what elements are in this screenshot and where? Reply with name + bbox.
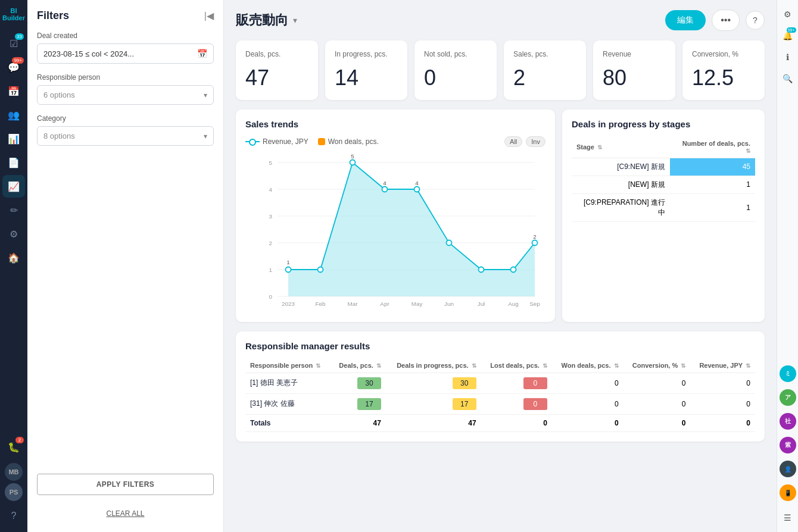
kpi-value-3: 2 xyxy=(513,65,576,90)
rail-avatar-2[interactable]: ア xyxy=(780,389,796,406)
kpi-value-1: 14 xyxy=(335,65,398,90)
kpi-value-5: 12.5 xyxy=(692,65,755,90)
svg-text:May: May xyxy=(412,301,423,307)
sidebar-item-help[interactable]: ? xyxy=(2,505,25,527)
help-button[interactable]: ? xyxy=(746,11,765,30)
sort-col-0-icon[interactable]: ⇅ xyxy=(316,362,320,369)
sidebar-item-docs[interactable]: 📄 xyxy=(2,151,25,174)
sidebar-item-calendar[interactable]: 📅 xyxy=(2,80,25,102)
sidebar-item-home[interactable]: 🏠 xyxy=(2,246,25,269)
svg-text:Aug: Aug xyxy=(508,301,519,307)
kpi-label-4: Revenue xyxy=(603,50,666,60)
apply-filters-button[interactable]: APPLY FILTERS xyxy=(37,474,214,495)
results-col-header-1: Deals, pcs. ⇅ xyxy=(331,358,385,373)
totals-lost: 0 xyxy=(481,414,552,431)
clear-filters-button[interactable]: CLEAR ALL xyxy=(37,505,214,522)
result-lost-1: 0 xyxy=(481,393,552,414)
sort-col-2-icon[interactable]: ⇅ xyxy=(472,362,476,369)
result-conversion-0: 0 xyxy=(624,373,691,393)
sidebar-item-messages[interactable]: 💬 99+ xyxy=(2,56,25,79)
stages-card: Deals in progress by stages Stage ⇅ Numb… xyxy=(562,109,765,322)
sort-col-5-icon[interactable]: ⇅ xyxy=(681,362,685,369)
filters-panel: Filters |◀ Deal created 2023-08-15 ≤ col… xyxy=(27,0,224,532)
filter-all-button[interactable]: All xyxy=(504,136,522,147)
rail-avatar-1[interactable]: ミ xyxy=(780,365,796,382)
page-title: 販売動向 xyxy=(236,11,288,29)
stages-table: Stage ⇅ Number of deals, pcs. ⇅ [C9:NEW]… xyxy=(572,136,755,222)
result-person-0: [1] 徳田 美恵子 xyxy=(245,373,331,393)
svg-point-18 xyxy=(447,240,452,245)
title-dropdown-icon[interactable]: ▾ xyxy=(293,15,297,25)
filters-collapse-button[interactable]: |◀ xyxy=(204,10,214,21)
sort-col-4-icon[interactable]: ⇅ xyxy=(614,362,619,369)
stages-table-row: [C9:PREPARATION] 進行中 1 xyxy=(572,193,755,221)
kpi-card-0: Deals, pcs. 47 xyxy=(236,40,318,100)
totals-revenue: 0 xyxy=(690,414,755,431)
legend-revenue: Revenue, JPY xyxy=(245,137,308,146)
sort-stage-icon[interactable]: ⇅ xyxy=(597,144,602,151)
rail-search-icon[interactable]: 🔍 xyxy=(778,69,797,88)
results-col-header-0: Responsible person ⇅ xyxy=(245,358,331,373)
deal-created-value: 2023-08-15 ≤ col < 2024... xyxy=(43,49,134,58)
svg-text:4: 4 xyxy=(383,179,386,186)
svg-text:1: 1 xyxy=(269,266,273,273)
filter-inv-button[interactable]: Inv xyxy=(526,136,545,147)
rail-notifications-icon[interactable]: 🔔 99+ xyxy=(778,26,797,45)
results-col-header-2: Deals in progress, pcs. ⇅ xyxy=(386,358,481,373)
svg-text:2: 2 xyxy=(269,239,273,246)
stage-name-0: [C9:NEW] 新規 xyxy=(572,158,670,176)
rail-avatar-3[interactable]: 社 xyxy=(780,413,796,430)
rail-avatar-4[interactable]: 紫 xyxy=(780,437,796,453)
stage-deals-0: 45 xyxy=(670,158,755,176)
sidebar-item-bug[interactable]: 🐛 2 xyxy=(2,436,25,458)
calendar-icon: 📅 xyxy=(197,49,207,58)
svg-text:1: 1 xyxy=(286,259,290,265)
svg-text:5: 5 xyxy=(269,159,273,165)
result-progress-0: 30 xyxy=(386,373,481,393)
stages-title: Deals in progress by stages xyxy=(572,119,755,129)
sort-col-3-icon[interactable]: ⇅ xyxy=(543,362,547,369)
svg-text:0: 0 xyxy=(269,293,273,299)
sidebar-item-reports[interactable]: 📊 xyxy=(2,127,25,150)
header-actions: 編集 ••• ? xyxy=(665,10,765,31)
edit-button[interactable]: 編集 xyxy=(665,10,706,30)
won-bar-icon xyxy=(318,138,325,145)
totals-won: 0 xyxy=(552,414,624,431)
results-col-header-6: Revenue, JPY ⇅ xyxy=(690,358,755,373)
result-revenue-1: 0 xyxy=(690,393,755,414)
sort-col-6-icon[interactable]: ⇅ xyxy=(746,362,750,369)
sidebar-item-edit[interactable]: ✏ xyxy=(2,199,25,221)
rail-avatar-5[interactable]: 👤 xyxy=(780,461,796,477)
responsible-person-select[interactable]: 6 options ▾ xyxy=(37,85,214,105)
more-button[interactable]: ••• xyxy=(712,10,740,31)
kpi-value-0: 47 xyxy=(245,65,308,90)
nav-avatar-ps[interactable]: PS xyxy=(5,483,23,501)
nav-avatar-mb[interactable]: MB xyxy=(5,463,23,481)
sort-col-1-icon[interactable]: ⇅ xyxy=(376,362,381,369)
sidebar-item-analytics[interactable]: 📈 xyxy=(2,175,25,198)
deal-created-input[interactable]: 2023-08-15 ≤ col < 2024... 📅 xyxy=(37,43,214,64)
chart-legend: Revenue, JPY Won deals, pcs. All Inv xyxy=(245,136,545,147)
rail-settings-icon[interactable]: ⚙ xyxy=(778,5,797,24)
charts-row: Sales trends Revenue, JPY Won deals, pcs… xyxy=(236,109,765,322)
category-select[interactable]: 8 options ▾ xyxy=(37,126,214,146)
filters-title: Filters xyxy=(37,10,69,22)
kpi-card-1: In progress, pcs. 14 xyxy=(325,40,407,100)
sidebar-item-settings[interactable]: ⚙ xyxy=(2,223,25,245)
rail-bottom-list-icon[interactable]: ☰ xyxy=(778,508,797,527)
rail-avatar-6[interactable]: 📱 xyxy=(780,484,796,501)
results-card: Responsible manager results Responsible … xyxy=(236,331,765,442)
sidebar-item-tasks[interactable]: ☑ 33 xyxy=(2,32,25,55)
kpi-card-3: Sales, pcs. 2 xyxy=(504,40,586,100)
stages-table-row: [C9:NEW] 新規 45 xyxy=(572,158,755,176)
kpi-card-4: Revenue 80 xyxy=(593,40,675,100)
kpi-card-5: Conversion, % 12.5 xyxy=(682,40,765,100)
result-conversion-1: 0 xyxy=(624,393,691,414)
sales-trends-card: Sales trends Revenue, JPY Won deals, pcs… xyxy=(236,109,555,322)
rail-info-icon[interactable]: ℹ xyxy=(778,48,797,67)
totals-progress: 47 xyxy=(386,414,481,431)
results-table: Responsible person ⇅Deals, pcs. ⇅Deals i… xyxy=(245,358,755,432)
legend-won-label: Won deals, pcs. xyxy=(328,137,379,146)
sort-deals-icon[interactable]: ⇅ xyxy=(746,148,750,154)
sidebar-item-contacts[interactable]: 👥 xyxy=(2,104,25,126)
